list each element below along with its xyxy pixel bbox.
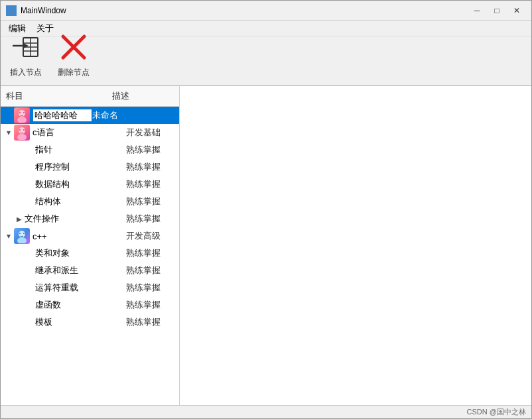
row-text: c语言 [33,127,126,139]
expand-icon [25,265,35,276]
expand-icon[interactable]: ▾ [3,231,14,241]
minimize-button[interactable]: ─ [468,4,486,17]
header-subject: 科目 [1,89,107,103]
window-title: MainWindow [21,6,66,15]
delete-label: 删除节点 [58,67,90,78]
tree-row[interactable]: 数据结构 熟练掌握 [1,176,179,193]
header-desc: 描述 [107,89,179,103]
expand-icon [25,162,35,172]
row-desc: 熟练掌握 [126,299,179,311]
expand-icon[interactable]: ▾ [3,127,14,138]
expand-icon [3,110,14,121]
close-button[interactable]: ✕ [507,4,526,17]
expand-icon[interactable]: ▶ [14,213,25,224]
avatar [14,107,30,123]
row-desc: 熟练掌握 [126,161,179,173]
expand-icon [25,196,35,207]
svg-point-19 [17,237,27,243]
node-edit-input[interactable] [33,109,92,122]
row-text: 运算符重载 [35,282,126,294]
content-area: 科目 描述 未命名 [1,86,531,405]
row-text: 程序控制 [35,161,126,173]
expand-icon [25,179,35,190]
svg-point-12 [19,112,21,113]
row-desc: 开发基础 [126,127,179,139]
expand-icon [25,282,35,293]
tree-row[interactable]: 未命名 [1,107,179,124]
expand-icon [25,145,35,155]
row-desc: 熟练掌握 [126,265,179,276]
row-desc: 熟练掌握 [126,282,179,294]
svg-point-16 [19,129,21,131]
insert-icon [10,34,42,66]
row-text: 虚函数 [35,299,126,311]
tree-row[interactable]: 类和对象 熟练掌握 [1,245,179,262]
avatar [14,125,30,141]
svg-marker-1 [23,43,29,48]
row-desc: 熟练掌握 [126,316,179,328]
tree-row[interactable]: 指针 熟练掌握 [1,141,179,158]
status-bar: CSDN @国中之林 [1,405,531,418]
row-text: 类和对象 [35,247,126,259]
row-desc: 熟练掌握 [126,213,179,225]
expand-icon [25,248,35,259]
row-text: c++ [33,231,126,241]
svg-point-11 [17,117,27,123]
title-controls: ─ □ ✕ [468,4,526,17]
tree-row[interactable]: 模板 熟练掌握 [1,314,179,331]
main-window: MainWindow ─ □ ✕ 编辑 关于 [0,0,532,419]
tree-row[interactable]: ▾ c语言 开发基础 [1,124,179,141]
svg-point-17 [23,129,25,131]
row-desc: 熟练掌握 [126,247,179,259]
row-text: 指针 [35,144,126,156]
svg-point-20 [19,233,21,234]
row-desc: 熟练掌握 [126,178,179,190]
tree-header: 科目 描述 [1,86,179,107]
expand-icon [25,300,35,310]
delete-node-button[interactable]: 删除节点 [54,32,94,80]
tree-row[interactable]: ▶ 文件操作 熟练掌握 [1,210,179,227]
expand-icon [25,317,35,328]
tree-row[interactable]: 程序控制 熟练掌握 [1,158,179,176]
svg-point-21 [23,233,25,234]
row-text: 结构体 [35,196,126,208]
title-bar-left: MainWindow [6,5,66,16]
title-bar: MainWindow ─ □ ✕ [1,1,531,21]
toolbar: 插入节点 删除节点 [1,36,531,86]
delete-icon [58,34,90,66]
row-text: 继承和派生 [35,265,126,276]
row-desc: 开发高级 [126,230,179,242]
status-text: CSDN @国中之林 [467,407,526,417]
insert-label: 插入节点 [10,67,42,78]
row-desc: 熟练掌握 [126,196,179,208]
app-icon [6,5,17,16]
insert-node-button[interactable]: 插入节点 [6,32,46,80]
tree-row[interactable]: ▾ c++ 开发高级 [1,227,179,245]
row-text: 数据结构 [35,178,126,190]
tree-row[interactable]: 运算符重载 熟练掌握 [1,279,179,296]
svg-point-13 [23,112,25,113]
row-text: 文件操作 [25,213,126,225]
tree-row[interactable]: 结构体 熟练掌握 [1,193,179,210]
tree-panel: 科目 描述 未命名 [1,86,180,405]
row-desc: 熟练掌握 [126,144,179,156]
right-panel [180,86,531,405]
maximize-button[interactable]: □ [488,4,506,17]
tree-row[interactable]: 虚函数 熟练掌握 [1,296,179,314]
svg-point-15 [17,134,27,140]
row-desc: 未命名 [92,109,145,121]
row-text: 模板 [35,316,126,328]
tree-row[interactable]: 继承和派生 熟练掌握 [1,262,179,279]
avatar [14,228,30,244]
